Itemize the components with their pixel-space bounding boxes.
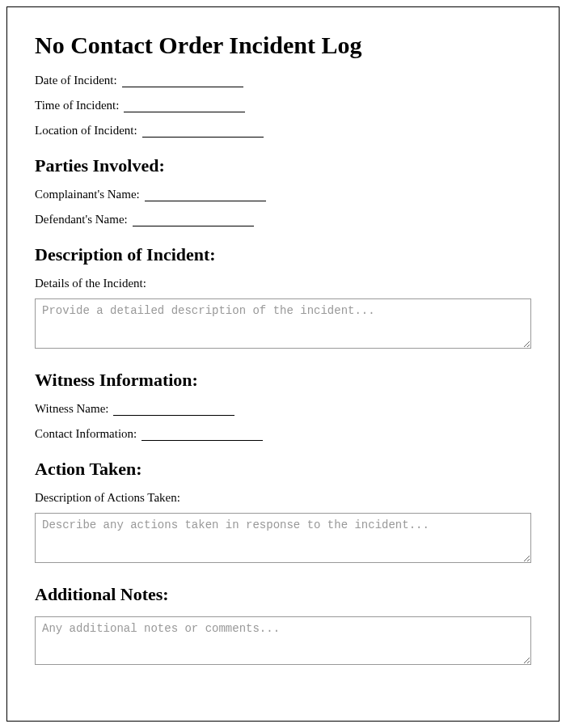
complainant-label: Complainant's Name: (35, 188, 140, 201)
complainant-field-row: Complainant's Name: (35, 188, 531, 201)
notes-heading: Additional Notes: (35, 584, 531, 605)
witness-name-input-line[interactable] (113, 403, 234, 417)
date-field-row: Date of Incident: (35, 74, 531, 87)
details-label: Details of the Incident: (35, 277, 531, 290)
time-input-line[interactable] (124, 99, 245, 113)
location-label: Location of Incident: (35, 124, 137, 138)
witness-name-field-row: Witness Name: (35, 402, 531, 416)
time-label: Time of Incident: (35, 99, 119, 112)
form-container: No Contact Order Incident Log Date of In… (6, 6, 560, 722)
witness-contact-label: Contact Information: (35, 427, 137, 441)
witness-contact-input-line[interactable] (142, 428, 263, 442)
page-title: No Contact Order Incident Log (35, 32, 531, 59)
details-textarea[interactable] (35, 298, 531, 349)
date-input-line[interactable] (122, 74, 243, 88)
parties-heading: Parties Involved: (35, 155, 531, 176)
location-input-line[interactable] (142, 125, 264, 138)
date-label: Date of Incident: (35, 74, 117, 87)
witness-contact-field-row: Contact Information: (35, 427, 531, 441)
description-heading: Description of Incident: (35, 244, 531, 265)
complainant-input-line[interactable] (145, 188, 266, 202)
witness-heading: Witness Information: (35, 370, 531, 391)
action-desc-label: Description of Actions Taken: (35, 491, 531, 505)
action-desc-textarea[interactable] (35, 513, 531, 563)
witness-name-label: Witness Name: (35, 402, 108, 416)
time-field-row: Time of Incident: (35, 99, 531, 112)
defendant-label: Defendant's Name: (35, 213, 128, 226)
notes-textarea[interactable] (35, 616, 531, 665)
action-heading: Action Taken: (35, 459, 531, 480)
location-field-row: Location of Incident: (35, 124, 531, 138)
defendant-input-line[interactable] (133, 214, 254, 227)
defendant-field-row: Defendant's Name: (35, 213, 531, 226)
